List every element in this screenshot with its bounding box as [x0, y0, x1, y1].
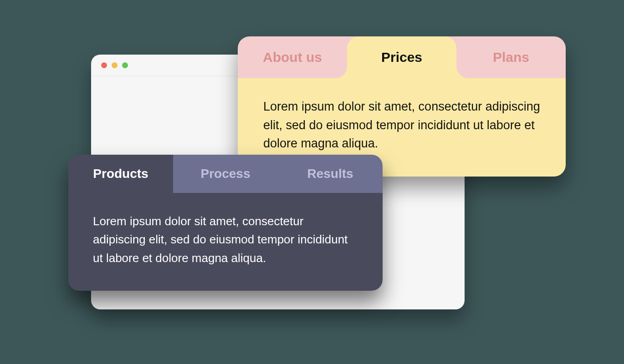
tab-products[interactable]: Products — [68, 155, 173, 193]
light-tab-bar: About us Prices Plans — [238, 36, 566, 78]
tab-label: About us — [263, 50, 322, 65]
tab-label: Results — [307, 167, 353, 181]
tab-label: Process — [201, 167, 251, 181]
tab-label: Plans — [493, 50, 529, 65]
dark-tab-card: Products Process Results Lorem ipsum dol… — [68, 155, 383, 291]
close-icon[interactable] — [101, 62, 107, 68]
minimize-icon[interactable] — [112, 62, 118, 68]
maximize-icon[interactable] — [122, 62, 128, 68]
dark-tab-bar: Products Process Results — [68, 155, 383, 193]
tab-plans[interactable]: Plans — [456, 36, 566, 78]
dark-tab-content: Lorem ipsum dolor sit amet, consectetur … — [68, 193, 383, 291]
tab-process[interactable]: Process — [173, 155, 278, 193]
tab-label: Products — [93, 167, 148, 181]
tab-label: Prices — [381, 50, 422, 65]
tab-results[interactable]: Results — [278, 155, 383, 193]
tab-about-us[interactable]: About us — [238, 36, 347, 78]
tab-prices[interactable]: Prices — [347, 36, 456, 78]
